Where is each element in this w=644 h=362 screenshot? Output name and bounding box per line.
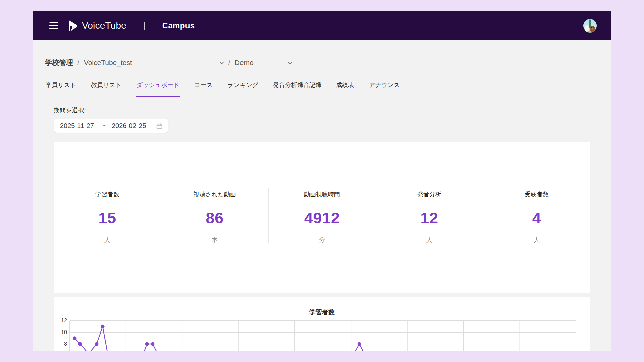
stat-value: 15 (98, 208, 116, 227)
stat-unit: 人 (104, 236, 110, 244)
stat-unit: 本 (212, 236, 218, 244)
tab-bar: 学員リスト 教員リスト ダッシュボード コース ランキング 発音分析録音記録 成… (45, 81, 599, 97)
y-tick-label: 12 (54, 318, 67, 324)
school-select-value: VoiceTube_test (84, 59, 132, 67)
stat-unit: 分 (319, 236, 325, 244)
stat-value: 4 (532, 208, 541, 227)
top-navbar: VoiceTube | Campus (33, 11, 611, 40)
brand-name: VoiceTube (82, 20, 126, 31)
tab-ranking[interactable]: ランキング (227, 81, 259, 97)
period-select-label: 期間を選択: (54, 106, 611, 114)
menu-hamburger-icon[interactable] (49, 22, 58, 29)
stat-unit: 人 (426, 236, 432, 244)
breadcrumb-separator: / (73, 59, 84, 67)
tab-announcements[interactable]: アナウンス (368, 81, 400, 97)
product-name: Campus (162, 21, 195, 31)
stat-test-takers: 受験者数 4 人 (483, 142, 590, 293)
learners-chart-card: 学習者数 12108 (54, 297, 590, 351)
stat-label: 動画視聴時間 (304, 190, 340, 198)
chart-plot (70, 297, 576, 351)
play-logo-icon (68, 20, 78, 32)
tab-gradebook[interactable]: 成績表 (335, 81, 355, 97)
user-avatar[interactable] (583, 19, 597, 33)
tab-dashboard[interactable]: ダッシュボード (136, 81, 180, 97)
brand-separator: | (143, 20, 146, 31)
group-select-dropdown[interactable]: Demo (235, 59, 292, 67)
stat-divider (376, 188, 376, 243)
date-range-tilde: ~ (98, 122, 112, 129)
school-select-dropdown[interactable]: VoiceTube_test (84, 59, 224, 67)
chevron-down-icon (288, 61, 292, 64)
stat-divider (268, 188, 269, 243)
stat-watch-minutes: 動画視聴時間 4912 分 (268, 142, 376, 293)
breadcrumb: 学校管理 / VoiceTube_test / Demo (45, 58, 611, 67)
end-date-value[interactable]: 2026-02-25 (112, 122, 153, 130)
calendar-icon (156, 123, 163, 129)
voicetube-logo[interactable]: VoiceTube (68, 20, 126, 32)
app-window: VoiceTube | Campus 学校管理 (33, 11, 611, 351)
chevron-down-icon (219, 61, 224, 64)
stat-videos-watched: 視聴された動画 86 本 (161, 142, 268, 293)
date-range-picker[interactable]: 2025-11-27 ~ 2026-02-25 (54, 119, 168, 133)
y-tick-label: 8 (54, 341, 67, 347)
y-tick-label: 10 (54, 329, 67, 336)
tab-pronunciation-records[interactable]: 発音分析録音記録 (272, 81, 322, 97)
breadcrumb-school-admin[interactable]: 学校管理 (45, 58, 73, 67)
tab-student-list[interactable]: 学員リスト (45, 81, 77, 97)
avatar-image (583, 19, 597, 33)
stat-label: 発音分析 (417, 190, 441, 198)
stat-divider (161, 188, 161, 243)
stat-value: 12 (420, 208, 438, 227)
tab-teacher-list[interactable]: 教員リスト (90, 81, 122, 97)
group-select-value: Demo (235, 59, 254, 67)
stats-summary-card: 学習者数 15 人 視聴された動画 86 本 動画視聴時間 4912 分 発音分… (54, 142, 590, 293)
stat-label: 受験者数 (525, 190, 549, 198)
stat-pronunciation-analysis: 発音分析 12 人 (376, 142, 483, 293)
learners-line-chart[interactable]: 12108 (54, 297, 590, 351)
period-filter-section: 期間を選択: 2025-11-27 ~ 2026-02-25 (54, 106, 611, 133)
stat-label: 学習者数 (95, 190, 119, 198)
stat-label: 視聴された動画 (193, 190, 236, 198)
stat-value: 86 (206, 208, 223, 227)
stat-learners: 学習者数 15 人 (54, 142, 161, 293)
stat-unit: 人 (534, 236, 540, 244)
breadcrumb-separator: / (224, 59, 235, 67)
stat-divider (483, 188, 483, 243)
tab-courses[interactable]: コース (194, 81, 213, 97)
start-date-value[interactable]: 2025-11-27 (60, 122, 98, 130)
stat-value: 4912 (304, 208, 340, 227)
